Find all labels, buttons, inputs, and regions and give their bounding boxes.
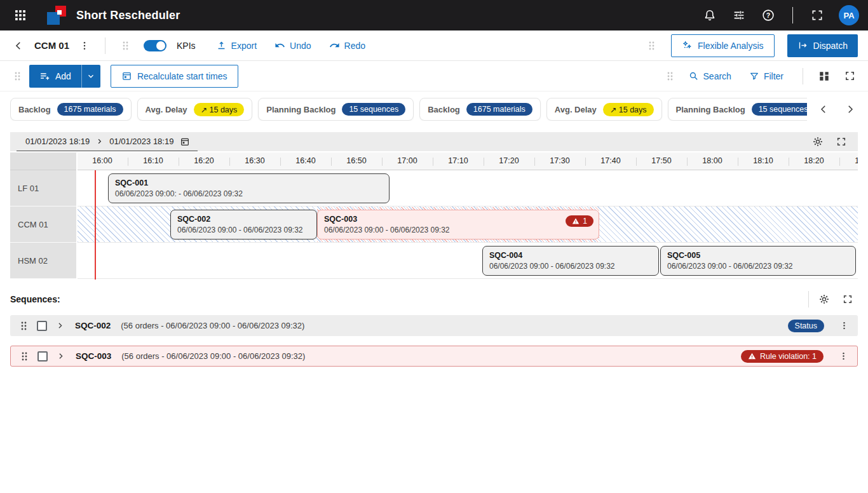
flexible-analysis-button[interactable]: Flexible Analysis (671, 34, 775, 57)
calendar-icon (121, 71, 132, 81)
drag-handle[interactable] (17, 321, 31, 331)
timeline-control-bar: 01/01/2023 18:19 01/01/2023 18:19 (10, 132, 858, 151)
back-icon[interactable] (10, 34, 27, 57)
warning-icon (572, 217, 580, 225)
axis-tick-label: 16:30 (245, 156, 264, 165)
calendar-icon (180, 137, 190, 147)
gantt-bar[interactable]: SQC-00406/06/2023 09:00 - 06/06/2023 09:… (482, 246, 659, 276)
actions-toolbar: Add Recalculate start times Search Filte… (0, 61, 868, 91)
drag-handle[interactable] (17, 351, 31, 361)
sequence-row[interactable]: SQC-003 (56 orders - 06/06/2023 09:00 - … (10, 346, 858, 367)
axis-tick-mark (179, 158, 179, 166)
recalculate-button[interactable]: Recalculate start times (111, 65, 238, 88)
drag-handle[interactable] (644, 41, 658, 51)
axis-tick-label: 17:20 (499, 156, 519, 165)
sequence-checkbox[interactable] (37, 321, 47, 331)
kpi-chip-value: 15 sequences (342, 103, 405, 116)
axis-tick-mark (687, 158, 688, 166)
add-dropdown-caret-icon[interactable] (81, 65, 100, 88)
dispatch-icon (797, 40, 808, 51)
sequences-header: Sequences: (10, 291, 858, 307)
undo-button[interactable]: Undo (268, 36, 317, 55)
range-end: 01/01/2023 18:19 (109, 137, 173, 146)
range-start: 01/01/2023 18:19 (25, 137, 90, 146)
gantt-bar[interactable]: SQC-00106/06/2023 09:00: - 06/06/2023 09… (108, 173, 390, 203)
gantt-bar-period: 06/06/2023 09:00 - 06/06/2023 09:32 (489, 261, 652, 272)
sequences-fullscreen-icon[interactable] (840, 292, 855, 307)
gantt-row-labels: LF 01CCM 01HSM 02 (10, 152, 78, 280)
axis-tick-mark (636, 158, 637, 166)
kpis-toggle[interactable] (144, 40, 166, 51)
dispatch-button[interactable]: Dispatch (787, 34, 858, 57)
gantt-bar[interactable]: SQC-00306/06/2023 09:00 - 06/06/2023 09:… (317, 210, 599, 240)
expand-chevron-icon[interactable] (53, 320, 66, 332)
topbar-divider (792, 7, 793, 24)
search-button[interactable]: Search (682, 67, 738, 85)
kpi-chip: Backlog1675 materials (419, 98, 541, 121)
gantt-bar-title: SQC-001 (115, 177, 383, 189)
add-button[interactable]: Add (29, 65, 81, 88)
notifications-icon[interactable] (698, 4, 721, 27)
sequence-name: SQC-003 (76, 351, 111, 361)
gantt-chart: LF 01CCM 01HSM 02 16:0016:1016:2016:3016… (10, 152, 858, 280)
app-logo (47, 6, 66, 25)
help-icon[interactable]: ? (757, 4, 780, 27)
axis-tick-mark (280, 158, 281, 166)
drag-handle[interactable] (663, 71, 677, 81)
current-time-line (95, 170, 96, 280)
drag-handle[interactable] (10, 71, 24, 81)
axis-tick-mark (382, 158, 383, 166)
context-kebab-icon[interactable] (77, 37, 92, 54)
date-range-picker[interactable]: 01/01/2023 18:19 01/01/2023 18:19 (17, 133, 198, 151)
app-title: Short Rescheduler (76, 9, 180, 22)
gantt-bar[interactable]: SQC-00206/06/2023 09:00 - 06/06/2023 09:… (170, 210, 317, 240)
gantt-bar-title: SQC-004 (489, 250, 652, 261)
undo-icon (275, 40, 285, 51)
apps-grid-icon[interactable] (9, 4, 32, 27)
dashboard-icon[interactable] (816, 68, 832, 84)
axis-tick-label: 17:30 (550, 156, 569, 165)
kpi-chip-label: Backlog (18, 105, 51, 114)
axis-tick-mark (789, 158, 789, 166)
sequence-kebab-icon[interactable] (836, 348, 851, 364)
violation-badge: 1 (566, 215, 593, 227)
kpi-scroll-left-icon[interactable] (816, 102, 831, 117)
sequence-kebab-icon[interactable] (837, 318, 851, 334)
axis-tick-label: 18:30 (855, 156, 858, 165)
sequences-settings-gear-icon[interactable] (817, 292, 832, 307)
context-label: CCM 01 (34, 40, 69, 51)
kpi-scroll-right-icon[interactable] (843, 102, 858, 117)
svg-text:?: ? (766, 11, 770, 19)
gantt-bar-title: SQC-005 (667, 250, 849, 261)
sequence-details: (56 orders - 06/06/2023 09:00 - 06/06/20… (121, 351, 305, 361)
axis-tick-label: 18:00 (702, 156, 722, 165)
gantt-bar[interactable]: SQC-00506/06/2023 09:00 - 06/06/2023 09:… (660, 246, 856, 276)
axis-tick-mark (585, 158, 586, 166)
sequence-row[interactable]: SQC-002 (56 orders - 06/06/2023 09:00 - … (10, 315, 858, 336)
axis-tick-mark (433, 158, 433, 166)
axis-tick-mark (128, 158, 128, 166)
kpi-chip-label: Avg. Delay (555, 105, 597, 114)
kpi-chip: Avg. Delay↗ 15 days (546, 98, 662, 121)
redo-button[interactable]: Redo (323, 36, 372, 55)
kpi-chip-value: ↗ 15 days (194, 103, 245, 116)
kpi-chip-value: 15 sequences (752, 103, 807, 116)
sequence-badge: Status (788, 320, 824, 332)
tune-icon[interactable] (728, 4, 750, 27)
fullscreen-icon[interactable] (841, 68, 858, 84)
gantt-settings-gear-icon[interactable] (810, 134, 825, 149)
avatar[interactable]: PA (839, 5, 859, 25)
axis-tick-label: 16:00 (92, 156, 112, 165)
fullscreen-icon[interactable] (806, 4, 829, 27)
axis-tick-mark (839, 158, 840, 166)
filter-button[interactable]: Filter (743, 67, 790, 85)
kpi-chip-value: 1675 materials (57, 103, 123, 116)
sequence-checkbox[interactable] (37, 351, 48, 361)
expand-chevron-icon[interactable] (54, 350, 67, 363)
gantt-fullscreen-icon[interactable] (834, 134, 849, 149)
drag-handle[interactable] (118, 41, 132, 51)
axis-tick-label: 16:10 (143, 156, 163, 165)
redo-icon (329, 40, 340, 51)
playlist-add-icon (39, 71, 50, 81)
export-button[interactable]: Export (210, 36, 263, 55)
